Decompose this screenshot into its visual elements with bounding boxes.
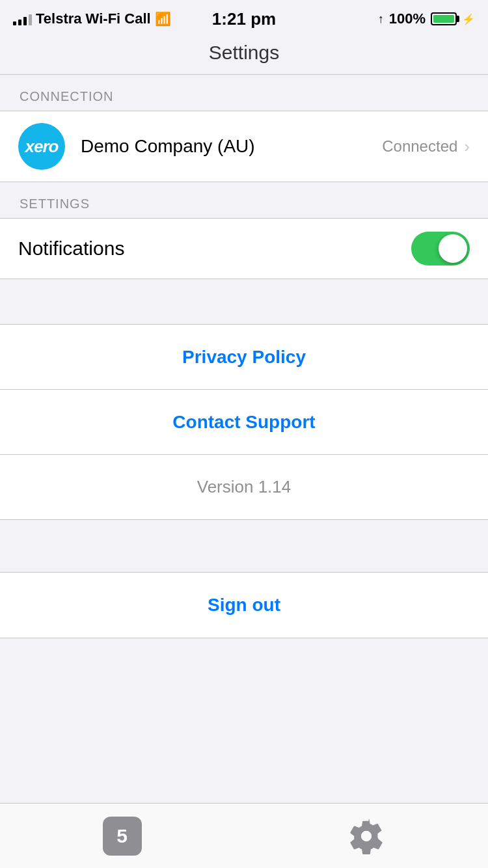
privacy-policy-row[interactable]: Privacy Policy bbox=[0, 325, 488, 390]
notifications-label: Notifications bbox=[18, 237, 411, 260]
settings-label: SETTINGS bbox=[20, 197, 90, 211]
links-section: Privacy Policy Contact Support Version 1… bbox=[0, 325, 488, 520]
battery-icon bbox=[431, 12, 457, 25]
privacy-policy-link: Privacy Policy bbox=[182, 347, 306, 368]
signout-gap bbox=[0, 520, 488, 572]
wifi-icon: 📶 bbox=[155, 11, 171, 27]
version-row: Version 1.14 bbox=[0, 455, 488, 520]
tab-bar: 5 bbox=[0, 803, 488, 868]
tab-five[interactable]: 5 bbox=[103, 817, 142, 856]
connection-section-header: CONNECTION bbox=[0, 75, 488, 111]
chevron-right-icon: › bbox=[464, 137, 470, 157]
page-title: Settings bbox=[209, 42, 279, 63]
tab-five-label: 5 bbox=[116, 825, 128, 847]
contact-support-link: Contact Support bbox=[172, 412, 315, 433]
signout-section: Sign out bbox=[0, 572, 488, 638]
location-icon: ↑ bbox=[378, 12, 384, 26]
xero-logo: xero bbox=[18, 123, 65, 170]
tab-settings[interactable] bbox=[347, 817, 386, 856]
signout-row[interactable]: Sign out bbox=[0, 573, 488, 638]
notifications-toggle[interactable] bbox=[411, 232, 470, 265]
connection-label: CONNECTION bbox=[20, 89, 113, 103]
connected-status: Connected bbox=[382, 137, 457, 156]
signout-button: Sign out bbox=[208, 595, 280, 616]
nav-header: Settings bbox=[0, 35, 488, 75]
xero-logo-text: xero bbox=[25, 137, 59, 157]
signal-icon bbox=[13, 12, 32, 25]
settings-gap bbox=[0, 279, 488, 325]
company-row[interactable]: xero Demo Company (AU) Connected › bbox=[0, 111, 488, 182]
charging-icon: ⚡ bbox=[462, 13, 475, 25]
status-right: ↑ 100% ⚡ bbox=[378, 10, 475, 27]
battery-percent: 100% bbox=[389, 10, 426, 27]
bottom-gap bbox=[0, 638, 488, 703]
gear-icon bbox=[347, 817, 386, 856]
status-left: Telstra Wi-Fi Call 📶 bbox=[13, 10, 171, 27]
version-text: Version 1.14 bbox=[197, 477, 291, 497]
tab-five-icon: 5 bbox=[103, 817, 142, 856]
settings-section-header: SETTINGS bbox=[0, 182, 488, 218]
status-bar: Telstra Wi-Fi Call 📶 1:21 pm ↑ 100% ⚡ bbox=[0, 0, 488, 35]
carrier-text: Telstra Wi-Fi Call bbox=[36, 10, 151, 27]
connection-list: xero Demo Company (AU) Connected › bbox=[0, 111, 488, 182]
settings-list: Notifications bbox=[0, 218, 488, 279]
notifications-row: Notifications bbox=[0, 219, 488, 278]
company-name: Demo Company (AU) bbox=[81, 136, 382, 157]
contact-support-row[interactable]: Contact Support bbox=[0, 390, 488, 455]
status-time: 1:21 pm bbox=[212, 9, 276, 29]
